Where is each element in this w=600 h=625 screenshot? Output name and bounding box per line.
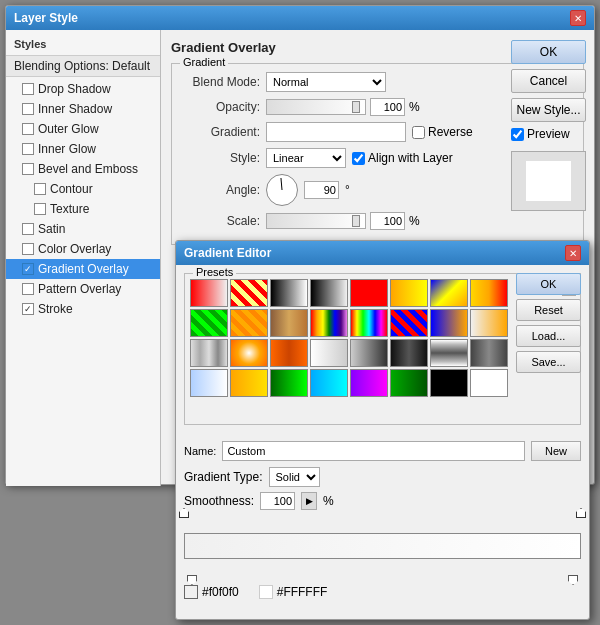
sidebar-item-blending[interactable]: Blending Options: Default <box>6 55 160 77</box>
preset-spectrum[interactable] <box>350 309 388 337</box>
gradient-editor-dialog: Gradient Editor ✕ Presets <box>175 240 590 620</box>
angle-dial[interactable] <box>266 174 298 206</box>
preset-blue-yellow-orange[interactable] <box>430 279 468 307</box>
texture-checkbox[interactable] <box>34 203 46 215</box>
opacity-slider[interactable] <box>266 99 366 115</box>
sidebar-item-satin[interactable]: Satin <box>6 219 160 239</box>
sidebar-item-stroke[interactable]: Stroke <box>6 299 160 319</box>
preset-blue-red-diagonal[interactable] <box>390 309 428 337</box>
style-select[interactable]: Linear <box>266 148 346 168</box>
preset-gray-metallic[interactable] <box>430 339 468 367</box>
preset-copper[interactable] <box>270 309 308 337</box>
preset-yellow-orange-red[interactable] <box>470 279 508 307</box>
preset-blue-orange[interactable] <box>430 309 468 337</box>
ge-new-button[interactable]: New <box>531 441 581 461</box>
ge-ok-button[interactable]: OK <box>516 273 581 295</box>
color-stop-label-left: #f0f0f0 <box>202 585 239 599</box>
gradient-overlay-checkbox[interactable] <box>22 263 34 275</box>
preset-black-transparent[interactable] <box>310 279 348 307</box>
inner-shadow-checkbox[interactable] <box>22 103 34 115</box>
color-overlay-checkbox[interactable] <box>22 243 34 255</box>
pattern-overlay-checkbox[interactable] <box>22 283 34 295</box>
angle-input[interactable]: 90 <box>304 181 339 199</box>
scale-input[interactable]: 100 <box>370 212 405 230</box>
gradient-bar[interactable] <box>184 533 581 559</box>
color-stop-info-left: #f0f0f0 <box>184 585 239 599</box>
sidebar-item-color-overlay[interactable]: Color Overlay <box>6 239 160 259</box>
ok-button[interactable]: OK <box>511 40 586 64</box>
bevel-emboss-label: Bevel and Emboss <box>38 162 138 176</box>
stroke-checkbox[interactable] <box>22 303 34 315</box>
sidebar-item-inner-shadow[interactable]: Inner Shadow <box>6 99 160 119</box>
preset-silver[interactable] <box>190 339 228 367</box>
opacity-slider-thumb <box>352 101 360 113</box>
ge-reset-button[interactable]: Reset <box>516 299 581 321</box>
align-layer-label[interactable]: Align with Layer <box>352 151 453 165</box>
satin-checkbox[interactable] <box>22 223 34 235</box>
gradient-editor-close-button[interactable]: ✕ <box>565 245 581 261</box>
sidebar-item-outer-glow[interactable]: Outer Glow <box>6 119 160 139</box>
sidebar-item-inner-glow[interactable]: Inner Glow <box>6 139 160 159</box>
preset-orange-glow[interactable] <box>230 339 268 367</box>
preview-inner <box>526 161 571 201</box>
sidebar-item-contour[interactable]: Contour <box>6 179 160 199</box>
preset-gray-dark[interactable] <box>350 339 388 367</box>
preset-red-transparent[interactable] <box>190 279 228 307</box>
gradient-type-select[interactable]: Solid <box>269 467 320 487</box>
ge-load-button[interactable]: Load... <box>516 325 581 347</box>
texture-label: Texture <box>50 202 89 216</box>
color-stop-left[interactable] <box>187 575 197 585</box>
preset-dark-gray[interactable] <box>470 339 508 367</box>
preview-label: Preview <box>527 127 570 141</box>
bevel-emboss-checkbox[interactable] <box>22 163 34 175</box>
preset-light-blue[interactable] <box>190 369 228 397</box>
stroke-label: Stroke <box>38 302 73 316</box>
preset-diagonal-orange[interactable] <box>230 309 268 337</box>
sidebar-item-texture[interactable]: Texture <box>6 199 160 219</box>
sidebar-item-pattern-overlay[interactable]: Pattern Overlay <box>6 279 160 299</box>
preset-purple[interactable] <box>350 369 388 397</box>
align-layer-checkbox[interactable] <box>352 152 365 165</box>
preview-checkbox[interactable] <box>511 128 524 141</box>
sidebar-item-gradient-overlay[interactable]: Gradient Overlay <box>6 259 160 279</box>
preset-transparent-orange[interactable] <box>470 309 508 337</box>
inner-shadow-label: Inner Shadow <box>38 102 112 116</box>
preset-green-lime[interactable] <box>270 369 308 397</box>
preset-white-gray[interactable] <box>310 339 348 367</box>
preset-white-solid[interactable] <box>470 369 508 397</box>
preset-checkerboard[interactable] <box>230 279 268 307</box>
color-stop-right[interactable] <box>568 575 578 585</box>
smoothness-input[interactable]: 100 <box>260 492 295 510</box>
smoothness-stepper[interactable]: ▶ <box>301 492 317 510</box>
scale-slider-thumb <box>352 215 360 227</box>
preset-orange-yellow2[interactable] <box>230 369 268 397</box>
preset-rainbow[interactable] <box>310 309 348 337</box>
preset-blue-light[interactable] <box>310 369 348 397</box>
close-button[interactable]: ✕ <box>570 10 586 26</box>
smoothness-row: Smoothness: 100 ▶ % <box>184 492 581 510</box>
contour-checkbox[interactable] <box>34 183 46 195</box>
blend-mode-select[interactable]: Normal <box>266 72 386 92</box>
gradient-preview[interactable] <box>266 122 406 142</box>
preset-orange-yellow[interactable] <box>390 279 428 307</box>
opacity-input[interactable]: 100 <box>370 98 405 116</box>
sidebar-item-drop-shadow[interactable]: Drop Shadow <box>6 79 160 99</box>
preset-black-white[interactable] <box>270 279 308 307</box>
inner-glow-checkbox[interactable] <box>22 143 34 155</box>
preset-black-solid[interactable] <box>430 369 468 397</box>
preset-dark-gradient[interactable] <box>390 339 428 367</box>
preset-green-pattern[interactable] <box>190 309 228 337</box>
reverse-checkbox[interactable] <box>412 126 425 139</box>
scale-slider[interactable] <box>266 213 366 229</box>
reverse-label[interactable]: Reverse <box>412 125 473 139</box>
outer-glow-checkbox[interactable] <box>22 123 34 135</box>
ge-save-button[interactable]: Save... <box>516 351 581 373</box>
preset-red[interactable] <box>350 279 388 307</box>
preset-orange-dark[interactable] <box>270 339 308 367</box>
new-style-button[interactable]: New Style... <box>511 98 586 122</box>
preset-green-dark[interactable] <box>390 369 428 397</box>
cancel-button[interactable]: Cancel <box>511 69 586 93</box>
drop-shadow-checkbox[interactable] <box>22 83 34 95</box>
sidebar-item-bevel-emboss[interactable]: Bevel and Emboss <box>6 159 160 179</box>
ge-name-input[interactable]: Custom <box>222 441 525 461</box>
